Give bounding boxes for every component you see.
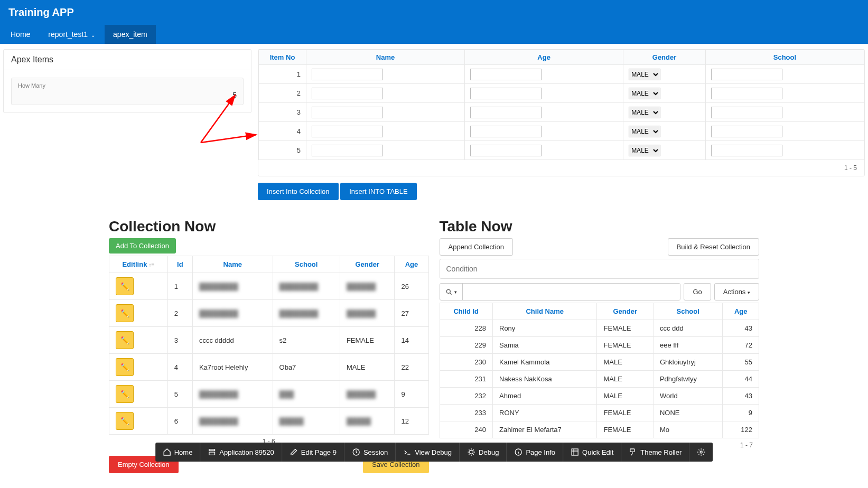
developer-toolbar: Home Application 89520 Edit Page 9 Sessi… [155,443,713,462]
school-input[interactable] [711,88,782,99]
dev-edit-page[interactable]: Edit Page 9 [282,443,344,462]
row-gender: FEMALE [340,327,395,354]
item-no: 2 [259,84,306,103]
table-header[interactable]: Child Name [493,303,597,320]
collection-header[interactable]: Age [395,256,428,273]
row-gender: ██████ [340,273,395,300]
child-school: NONE [653,405,723,421]
tab-home[interactable]: Home [2,25,39,44]
child-id: 229 [440,337,493,354]
child-school: Mo [653,421,723,438]
age-input[interactable] [470,145,542,156]
row-gender: ██████ [340,381,395,408]
row-age: 22 [395,354,428,381]
child-id: 233 [440,405,493,421]
row-gender: ██████ [340,300,395,327]
dev-home[interactable]: Home [155,443,201,462]
grid-header[interactable]: Gender [623,50,706,65]
row-school: s2 [273,327,340,354]
dev-gear-icon[interactable] [689,443,713,462]
build-reset-button[interactable]: Build & Reset Collection [668,238,759,256]
row-age: 14 [395,327,428,354]
age-input[interactable] [470,88,542,99]
school-input[interactable] [711,107,782,118]
collection-header[interactable]: Gender [340,256,395,273]
gender-select[interactable]: MALE [629,107,660,118]
dev-application[interactable]: Application 89520 [200,443,282,462]
search-input[interactable] [463,284,680,300]
row-name: cccc ddddd [192,327,273,354]
dev-page-info[interactable]: Page Info [507,443,563,462]
svg-point-4 [446,289,450,293]
school-input[interactable] [711,145,782,156]
child-age: 44 [723,371,759,388]
dev-theme-roller[interactable]: Theme Roller [621,443,689,462]
gender-select[interactable]: MALE [629,145,660,156]
edit-row-button[interactable]: ✏️ [116,412,134,430]
grid-header[interactable]: Name [306,50,465,65]
item-no: 3 [259,103,306,122]
school-input[interactable] [711,126,782,137]
insert-collection-button[interactable]: Insert Into Collection [258,183,339,200]
row-id: 4 [167,354,192,381]
child-id: 231 [440,371,493,388]
edit-row-button[interactable]: ✏️ [116,304,134,322]
go-button[interactable]: Go [684,283,711,301]
actions-menu[interactable]: Actions ▾ [714,283,759,301]
dev-view-debug[interactable]: View Debug [396,443,460,462]
child-id: 230 [440,354,493,371]
child-school: ccc ddd [653,320,723,337]
child-name: Ahmed [493,388,597,405]
grid-header[interactable]: School [705,50,864,65]
gender-select[interactable]: MALE [629,69,660,80]
row-id: 1 [167,273,192,300]
table-header[interactable]: Age [723,303,759,320]
item-no: 4 [259,122,306,141]
name-input[interactable] [312,107,383,118]
table-header[interactable]: School [653,303,723,320]
condition-input[interactable] [440,259,760,279]
gender-select[interactable]: MALE [629,88,660,99]
how-many-item[interactable]: How Many [11,78,244,105]
name-input[interactable] [312,126,383,137]
gender-select[interactable]: MALE [629,126,660,137]
edit-row-button[interactable]: ✏️ [116,358,134,376]
grid-header[interactable]: Item No [259,50,306,65]
dev-session[interactable]: Session [344,443,396,462]
collection-header[interactable]: Id [167,256,192,273]
age-input[interactable] [470,126,542,137]
tab-apex-item[interactable]: apex_item [105,25,156,44]
search-icon[interactable]: ▾ [440,284,463,300]
edit-row-button[interactable]: ✏️ [116,277,134,295]
insert-table-button[interactable]: Insert INTO TABLE [340,183,417,200]
collection-header[interactable]: School [273,256,340,273]
dev-debug[interactable]: Debug [460,443,507,462]
edit-row-button[interactable]: ✏️ [116,385,134,403]
child-school: eee fff [653,337,723,354]
collection-header[interactable]: Name [192,256,273,273]
row-gender: MALE [340,354,395,381]
items-grid: Item NoNameAgeGenderSchool 1MALE2MALE3MA… [258,49,865,176]
grid-header[interactable]: Age [465,50,623,65]
child-name: Zahimer El Mefarta7 [493,421,597,438]
tab-report-test1[interactable]: report_test1⌄ [40,25,104,44]
dev-quick-edit[interactable]: Quick Edit [563,443,621,462]
append-collection-button[interactable]: Append Collection [440,238,514,256]
name-input[interactable] [312,145,383,156]
age-input[interactable] [470,107,542,118]
add-to-collection-button[interactable]: Add To Collection [109,238,176,254]
edit-row-button[interactable]: ✏️ [116,331,134,349]
school-input[interactable] [711,69,782,80]
svg-point-10 [700,451,702,453]
row-school: ████████ [273,273,340,300]
row-name: ████████ [192,273,273,300]
row-name: Ka7root Helehly [192,354,273,381]
age-input[interactable] [470,69,542,80]
row-school: Oba7 [273,354,340,381]
table-header[interactable]: Gender [597,303,654,320]
name-input[interactable] [312,69,383,80]
table-header[interactable]: Child Id [440,303,493,320]
collection-header[interactable]: Editlink↑≡ [109,256,168,273]
how-many-input[interactable] [18,89,237,99]
name-input[interactable] [312,88,383,99]
